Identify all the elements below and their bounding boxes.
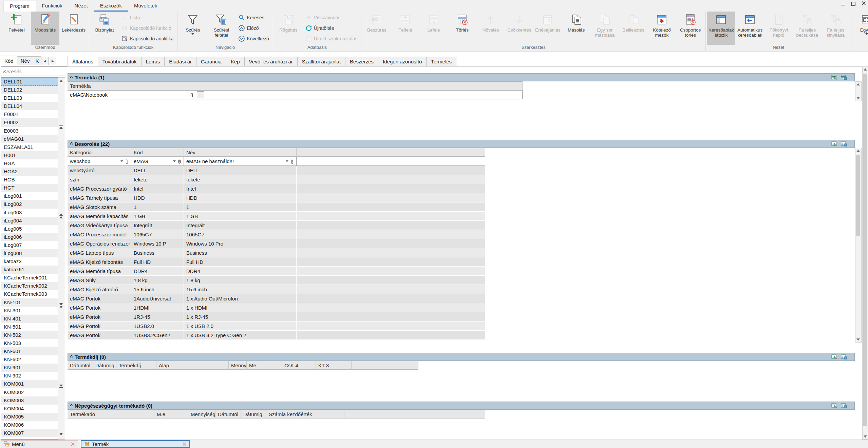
sidebar-tab-kod[interactable]: Kód bbox=[1, 56, 17, 65]
grid-view-icon[interactable] bbox=[841, 354, 847, 359]
nepegeszsegugyi-header-cell[interactable]: M.e. bbox=[154, 410, 188, 418]
besorolas-row-cell[interactable]: eMAG Videókártya típusa bbox=[68, 221, 131, 230]
scroll-down-icon[interactable] bbox=[864, 435, 867, 438]
grid-view-icon[interactable] bbox=[841, 75, 847, 80]
besorolas-row-cell[interactable]: 1HDMI bbox=[131, 303, 184, 312]
list-item[interactable]: iLog006 bbox=[1, 233, 58, 241]
besorolas-row-cell[interactable]: Full HD bbox=[131, 257, 184, 267]
list-item[interactable]: KCacheTermek001 bbox=[1, 274, 58, 282]
elozo-button[interactable]: Előző bbox=[235, 23, 271, 33]
besorolas-row-cell[interactable]: 1AudioUniversal bbox=[131, 294, 184, 303]
scroll-thumb[interactable] bbox=[856, 155, 860, 236]
list-item[interactable]: HGT bbox=[1, 184, 58, 192]
termekfa-scrollbar[interactable] bbox=[855, 81, 862, 101]
menu-item-muveletek[interactable]: Műveletek bbox=[128, 1, 163, 12]
besorolas-row-cell[interactable]: HDD bbox=[131, 193, 184, 202]
collapse-icon[interactable]: ^ bbox=[70, 403, 73, 409]
besorolas-row-cell[interactable] bbox=[297, 285, 485, 294]
besorolas-row-cell[interactable]: 1 x USB 3.2 Type C Gen 2 bbox=[184, 331, 297, 340]
termekdij-header-cell[interactable] bbox=[352, 361, 418, 370]
menu-item-nezet[interactable]: Nézet bbox=[69, 1, 94, 12]
paperclip-icon[interactable] bbox=[190, 92, 193, 98]
collapse-icon[interactable]: ^ bbox=[70, 354, 73, 360]
list-item[interactable]: iLog005 bbox=[1, 225, 58, 233]
tab-szallitoi-arajanlat[interactable]: Szállítói árajánlat bbox=[297, 57, 345, 66]
csoportos-torles-button[interactable]: Csoportos törlés bbox=[676, 12, 704, 45]
scroll-marker-icon[interactable] bbox=[59, 433, 63, 435]
besorolas-row-cell[interactable]: DELL bbox=[131, 166, 184, 175]
more-button[interactable]: … bbox=[197, 91, 204, 98]
besorolas-row-cell[interactable]: 1 GB bbox=[131, 212, 184, 221]
list-item[interactable]: HGA2 bbox=[1, 168, 58, 176]
list-item[interactable]: KN-601 bbox=[1, 347, 58, 355]
besorolas-row-cell[interactable]: eMAG Portok bbox=[68, 322, 131, 331]
termekdij-header-cell[interactable]: KT 3 bbox=[316, 361, 352, 370]
kotelezo-mezok-button[interactable]: Kötelező mezők bbox=[647, 12, 676, 45]
list-item[interactable]: DELL02 bbox=[1, 86, 58, 94]
termekdij-header-cell[interactable]: Alap bbox=[156, 361, 229, 370]
besorolas-row-cell[interactable]: fekete bbox=[184, 175, 297, 184]
list-item[interactable]: KOM006 bbox=[1, 421, 58, 429]
besorolas-row-cell[interactable]: 1USB3.2CGen2 bbox=[131, 331, 184, 340]
scroll-down-icon[interactable] bbox=[856, 338, 860, 341]
list-item[interactable]: E0001 bbox=[1, 110, 58, 118]
besorolas-row-cell[interactable] bbox=[297, 175, 485, 184]
nepegeszsegugyi-header-cell[interactable]: Termékadó bbox=[68, 410, 154, 418]
besorolas-row-cell[interactable]: eMAG Portok bbox=[68, 331, 131, 340]
besorolas-row-cell[interactable] bbox=[297, 202, 485, 212]
besorolas-row-cell[interactable]: eMAG Processzor model bbox=[68, 230, 131, 239]
maximize-icon[interactable] bbox=[851, 2, 855, 6]
besorolas-row-cell[interactable]: Intel bbox=[184, 184, 297, 193]
besorolas-edit-row-cell[interactable]: eMAG ne használd!!! bbox=[184, 157, 297, 166]
scroll-down-icon[interactable] bbox=[856, 97, 860, 99]
szures-button[interactable]: Szűrés bbox=[178, 12, 207, 45]
menu-item-eszkozok[interactable]: Eszközök bbox=[94, 1, 128, 12]
termekdij-header-cell[interactable]: Dátumig bbox=[93, 361, 116, 370]
tab-altalanos[interactable]: Általános bbox=[68, 56, 98, 66]
besorolas-row-cell[interactable] bbox=[297, 294, 485, 303]
egyeb-button[interactable]: Egyéb bbox=[852, 12, 868, 45]
modositas-button[interactable]: Módosítás bbox=[31, 12, 59, 45]
list-item[interactable]: KOM008 bbox=[1, 437, 58, 440]
tab-eladasi-ar[interactable]: Eladási ár bbox=[164, 57, 196, 66]
list-item[interactable]: DELL03 bbox=[1, 94, 58, 102]
list-item[interactable]: KN-503 bbox=[1, 339, 58, 347]
close-tab-icon[interactable] bbox=[71, 442, 75, 446]
section-header-besorolas[interactable]: ^Besorolás (22) bbox=[68, 140, 855, 148]
list-item[interactable]: DELL04 bbox=[1, 102, 58, 110]
besorolas-row-cell[interactable]: eMAG Operációs rendszer bbox=[68, 239, 131, 248]
list-item[interactable]: KCacheTermek002 bbox=[1, 282, 58, 290]
section-header-termekfa[interactable]: ^Termékfa (1) bbox=[68, 73, 855, 81]
besorolas-edit-row-cell[interactable]: webshop bbox=[68, 157, 131, 166]
besorolas-row-cell[interactable]: Intel bbox=[131, 184, 184, 193]
besorolas-row-cell[interactable]: szín bbox=[68, 175, 131, 184]
automatikus-keresoablak-button[interactable]: Automatikus keresőablak bbox=[735, 12, 764, 45]
search-input[interactable] bbox=[1, 66, 67, 76]
bizonylat-button[interactable]: Bizonylat bbox=[90, 12, 119, 45]
termekdij-header-cell[interactable]: Dátumtól bbox=[68, 361, 93, 370]
close-tab-icon[interactable] bbox=[182, 442, 187, 446]
besorolas-row-cell[interactable]: Full HD bbox=[184, 257, 297, 267]
besorolas-row-cell[interactable]: eMAG Laptop típus bbox=[68, 248, 131, 257]
besorolas-header-cell[interactable]: Kategória bbox=[68, 148, 131, 157]
besorolas-row-cell[interactable]: eMAG Portok bbox=[68, 294, 131, 303]
szuresi-feltetel-button[interactable]: Szűrési feltétel bbox=[207, 12, 235, 45]
grid-view-icon[interactable] bbox=[841, 403, 847, 408]
section-header-nepegeszsegugyi[interactable]: ^Népegészségügyi termékadó (0) bbox=[68, 402, 855, 410]
list-item[interactable]: HGB bbox=[1, 176, 58, 184]
besorolas-row-cell[interactable]: 1 x USB 2.0 bbox=[184, 322, 297, 331]
tab-garancia[interactable]: Garancia bbox=[196, 57, 226, 66]
besorolas-row-cell[interactable] bbox=[297, 276, 485, 285]
besorolas-row-cell[interactable]: 1RJ-45 bbox=[131, 312, 184, 322]
collapse-icon[interactable]: ^ bbox=[70, 75, 73, 80]
paperclip-icon[interactable] bbox=[125, 159, 129, 164]
kapcsolodo-analitika-button[interactable]: Kapcsolódó analitika bbox=[119, 33, 176, 44]
besorolas-row-cell[interactable]: 1 GB bbox=[184, 212, 297, 221]
menu-item-funkciok[interactable]: Funkciók bbox=[36, 1, 69, 12]
besorolas-row-cell[interactable]: eMAG Memória típusa bbox=[68, 267, 131, 276]
besorolas-row-cell[interactable]: eMAG Portok bbox=[68, 303, 131, 312]
besorolas-row-cell[interactable] bbox=[297, 322, 485, 331]
besorolas-row-cell[interactable] bbox=[297, 257, 485, 267]
besorolas-row-cell[interactable] bbox=[297, 193, 485, 202]
grid-view-icon[interactable] bbox=[841, 141, 847, 147]
